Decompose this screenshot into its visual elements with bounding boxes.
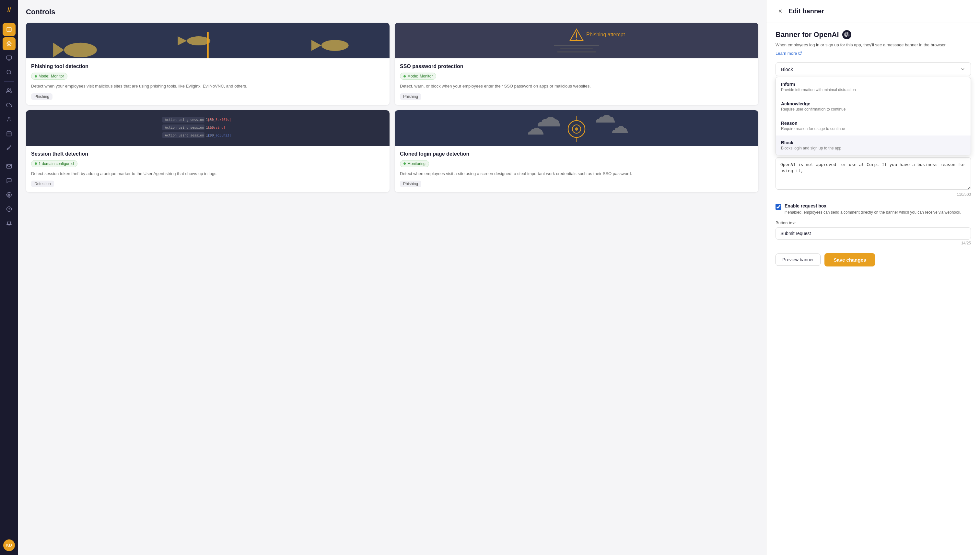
badge-label-mode: Mode: — [38, 74, 49, 79]
controls-area: Controls — [18, 0, 766, 555]
banner-message-wrapper: OpenAI is not approved for use at Corp. … — [775, 157, 971, 191]
learn-more-link[interactable]: Learn more — [775, 51, 802, 56]
banner-type-dropdown[interactable]: Block — [775, 62, 971, 76]
card-image-session: Action using session 1c50 [PS_3skf61s] A… — [26, 110, 389, 146]
badge-dot — [35, 75, 37, 77]
svg-rect-12 — [7, 132, 11, 136]
enable-request-box-checkbox[interactable] — [775, 204, 781, 210]
card-desc-phishing: Detect when your employees visit malicio… — [31, 83, 384, 90]
badge-label-session: 1 domain configured — [38, 162, 74, 166]
svg-point-42 — [576, 39, 577, 40]
edit-panel: ✕ Edit banner Banner for OpenAI When emp… — [766, 0, 980, 555]
main-content: Controls — [18, 0, 766, 555]
svg-marker-25 — [311, 40, 322, 51]
dropdown-item-reason[interactable]: Reason Require reason for usage to conti… — [776, 116, 970, 135]
reason-desc: Require reason for usage to continue — [781, 127, 966, 131]
card-tag-session: Detection — [31, 181, 54, 187]
sidebar-icon-cloud[interactable] — [3, 99, 16, 112]
sidebar-icon-search[interactable] — [3, 66, 16, 79]
svg-text:Phishing attempt: Phishing attempt — [586, 32, 625, 37]
sidebar-icon-gear[interactable] — [3, 188, 16, 201]
card-phishing-tool[interactable]: Phishing tool detection Mode: Monitor De… — [26, 23, 389, 105]
action-buttons-row: Preview banner Save changes — [775, 253, 971, 266]
banner-type-menu: Inform Provide information with minimal … — [775, 77, 971, 155]
inform-title: Inform — [781, 82, 966, 87]
svg-marker-31 — [178, 36, 187, 45]
sidebar-logo: // — [5, 4, 13, 16]
sidebar-icon-users[interactable] — [3, 84, 16, 97]
card-image-sso: Phishing attempt — [395, 23, 758, 58]
svg-line-63 — [800, 52, 802, 54]
card-title-phishing: Phishing tool detection — [31, 64, 384, 69]
reason-title: Reason — [781, 120, 966, 126]
card-tag-sso: Phishing — [400, 93, 421, 100]
dropdown-item-block[interactable]: Block Blocks login and sign up to the ap… — [776, 135, 970, 155]
block-desc: Blocks login and sign up to the app — [781, 146, 966, 151]
card-badge-sso: Mode: Monitor — [400, 73, 436, 80]
card-session[interactable]: Action using session 1c50 [PS_3skf61s] A… — [26, 110, 389, 192]
sidebar-icon-chart[interactable] — [3, 23, 16, 36]
sidebar-icon-mail[interactable] — [3, 160, 16, 173]
card-desc-cloned: Detect when employees visit a site using… — [400, 170, 753, 177]
card-body-session: Session theft detection 1 domain configu… — [26, 146, 389, 192]
dropdown-item-inform[interactable]: Inform Provide information with minimal … — [776, 77, 970, 96]
svg-text:[PS_ag36hz3]: [PS_ag36hz3] — [208, 133, 231, 138]
sidebar-icon-target[interactable] — [3, 37, 16, 50]
banner-title-text: Banner for OpenAI — [775, 30, 839, 39]
badge-dot-cloned — [404, 162, 406, 165]
badge-label-sso: Monitor — [420, 74, 432, 79]
svg-point-58 — [575, 127, 578, 131]
sidebar-icon-bell[interactable] — [3, 217, 16, 230]
enable-request-box-desc: if enabled, employees can send a comment… — [785, 209, 961, 215]
panel-title: Edit banner — [788, 8, 824, 15]
svg-text:Action using session 1c50: Action using session 1c50 — [165, 133, 214, 137]
svg-rect-44 — [554, 45, 599, 46]
card-title-session: Session theft detection — [31, 151, 384, 157]
sidebar-icon-calendar[interactable] — [3, 127, 16, 140]
card-badge-session: 1 domain configured — [31, 160, 77, 167]
save-changes-button[interactable]: Save changes — [825, 253, 875, 266]
svg-text:[PS_3skf61s]: [PS_3skf61s] — [208, 118, 231, 122]
card-tag-cloned: Phishing — [400, 181, 421, 187]
svg-point-10 — [8, 88, 10, 90]
sidebar-icon-plug[interactable] — [3, 141, 16, 154]
svg-point-17 — [8, 194, 10, 196]
sidebar-avatar[interactable]: KD — [3, 539, 15, 551]
banner-for-title: Banner for OpenAI — [775, 30, 971, 39]
card-cloned[interactable]: Cloned login page detection Monitoring D… — [395, 110, 758, 192]
card-title-sso: SSO password protection — [400, 64, 753, 69]
svg-text:Action using session 1c50: Action using session 1c50 — [165, 118, 214, 122]
close-button[interactable]: ✕ — [775, 6, 785, 16]
sidebar-icon-help[interactable] — [3, 203, 16, 216]
svg-text:Action using session 1c50: Action using session 1c50 — [165, 126, 214, 129]
svg-point-11 — [8, 117, 10, 119]
sidebar-icon-monitor[interactable] — [3, 51, 16, 64]
svg-point-30 — [187, 36, 210, 45]
svg-point-2 — [8, 43, 10, 45]
button-text-char-count: 14/25 — [775, 241, 971, 245]
enable-request-box-row: Enable request box if enabled, employees… — [775, 203, 971, 215]
sidebar-icon-chat[interactable] — [3, 174, 16, 187]
preview-banner-button[interactable]: Preview banner — [775, 253, 821, 266]
banner-description: When employees log in or sign up for thi… — [775, 42, 971, 48]
card-body-sso: SSO password protection Mode: Monitor De… — [395, 58, 758, 105]
banner-message-textarea[interactable]: OpenAI is not approved for use at Corp. … — [775, 157, 971, 190]
svg-rect-45 — [560, 48, 593, 49]
button-text-label: Button text — [775, 220, 971, 225]
enable-request-box-labels: Enable request box if enabled, employees… — [785, 203, 961, 215]
page-title: Controls — [26, 8, 758, 16]
card-badge-phishing: Mode: Monitor — [31, 73, 67, 80]
card-image-phishing — [26, 23, 389, 58]
card-tag-phishing: Phishing — [31, 93, 53, 100]
svg-rect-7 — [7, 56, 12, 59]
button-text-input[interactable] — [775, 227, 971, 239]
sidebar-icon-person[interactable] — [3, 113, 16, 126]
dropdown-item-acknowledge[interactable]: Acknowledge Require user confirmation to… — [776, 96, 970, 116]
openai-icon — [842, 30, 851, 39]
panel-header: ✕ Edit banner — [767, 0, 980, 22]
card-title-cloned: Cloned login page detection — [400, 151, 753, 157]
panel-body: Banner for OpenAI When employees log in … — [767, 22, 980, 555]
card-sso[interactable]: Phishing attempt SSO password protection… — [395, 23, 758, 105]
badge-label-cloned: Monitoring — [407, 162, 426, 166]
card-desc-sso: Detect, warn, or block when your employe… — [400, 83, 753, 90]
